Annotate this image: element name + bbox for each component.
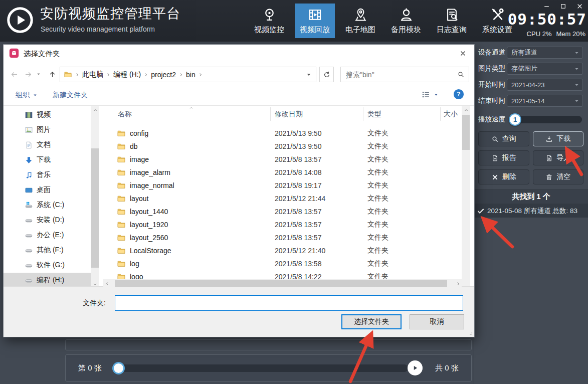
file-type: 文件夹 [363, 168, 441, 177]
breadcrumb-item-此电脑[interactable]: 此电脑 [82, 70, 103, 79]
nav-item-e-map[interactable]: 电子地图 [340, 4, 380, 38]
sidebar-button-delete[interactable]: 删除 [478, 169, 529, 184]
chevron-down-icon [36, 72, 41, 77]
resize-grip-icon[interactable] [467, 329, 473, 336]
file-row-image-alarm[interactable]: image_alarm 2021/5/8 14:08 文件夹 [107, 166, 462, 179]
back-button[interactable] [8, 68, 21, 81]
scrollbar-thumb[interactable] [462, 115, 470, 150]
breadcrumb-item-编程-h-[interactable]: 编程 (H:) [113, 70, 141, 79]
sidebar-button-download[interactable]: 下载 [533, 131, 584, 146]
column-header-date[interactable]: 修改日期 [271, 107, 363, 121]
scrollbar-thumb[interactable] [115, 280, 447, 287]
recent-locations-button[interactable] [35, 68, 43, 81]
scroll-right-button[interactable] [454, 279, 462, 288]
sidebar-button-query[interactable]: 查询 [478, 131, 529, 146]
tree-item-downloads[interactable]: 下载 [4, 152, 91, 167]
play-button[interactable] [408, 360, 423, 375]
tree-item-drive-f[interactable]: 其他 (F:) [4, 243, 91, 258]
scroll-up-button[interactable] [462, 106, 470, 114]
checked-checkbox-icon[interactable] [477, 207, 485, 215]
tree-scrollbar[interactable] [91, 106, 99, 288]
tree-item-drive-e[interactable]: 办公 (E:) [4, 228, 91, 243]
file-row-config[interactable]: config 2021/5/13 9:50 文件夹 [107, 127, 462, 140]
play-speed-slider[interactable]: 1 [510, 116, 582, 123]
file-row-localstorage[interactable]: LocalStorage 2021/5/12 21:40 文件夹 [107, 244, 462, 257]
tree-item-label: 安装 (D:) [37, 216, 64, 225]
tree-item-drive-d[interactable]: 安装 (D:) [4, 213, 91, 228]
breadcrumb-item-bin[interactable]: bin [186, 71, 195, 79]
tree-item-drive-c[interactable]: 系统 (C:) [4, 198, 91, 213]
file-date: 2021/5/8 13:57 [271, 155, 363, 163]
forward-button[interactable] [22, 68, 35, 81]
tree-item-music[interactable]: 音乐 [4, 167, 91, 182]
scroll-up-button[interactable] [91, 106, 99, 114]
close-button[interactable] [573, 2, 586, 11]
scrollbar-thumb[interactable] [91, 148, 99, 268]
cancel-button[interactable]: 取消 [410, 314, 464, 329]
tree-item-pictures[interactable]: 图片 [4, 122, 91, 137]
search-icon [457, 71, 465, 78]
file-name: layout_1920 [130, 221, 168, 229]
field-dropdown[interactable]: 2021-05-14 [507, 95, 583, 107]
field-dropdown[interactable]: 2021-04-23 [507, 79, 583, 91]
sidebar-button-import[interactable]: 导入 [533, 150, 584, 165]
file-type: 文件夹 [363, 259, 441, 268]
file-row-image-normal[interactable]: image_normal 2021/5/8 19:17 文件夹 [107, 179, 462, 192]
tree-item-video[interactable]: 视频 [4, 107, 91, 122]
sidebar-button-clear[interactable]: 清空 [533, 169, 584, 184]
tree-item-desktop[interactable]: 桌面 [4, 182, 91, 198]
nav-item-label: 备用模块 [391, 25, 421, 35]
breadcrumb-item-project2[interactable]: project2 [151, 71, 176, 79]
nav-item-backup-module[interactable]: 备用模块 [386, 4, 426, 38]
up-button[interactable] [46, 68, 59, 81]
nav-item-log-query[interactable]: 日志查询 [432, 4, 472, 38]
nav-item-label: 电子地图 [345, 25, 375, 35]
document-icon [25, 141, 33, 149]
column-header-name[interactable]: 名称 [107, 107, 271, 121]
horizontal-scrollbar[interactable] [103, 279, 462, 288]
playback-sidebar: 设备通道 所有通道 图片类型 存储图片 开始时间 [474, 42, 588, 384]
file-row-db[interactable]: db 2021/5/13 9:50 文件夹 [107, 140, 462, 153]
play-icon [411, 364, 419, 372]
tree-item-drive-h[interactable]: 编程 (H:) [4, 273, 91, 288]
file-row-log[interactable]: log 2021/5/8 13:58 文件夹 [107, 257, 462, 270]
file-row-layout-1440[interactable]: layout_1440 2021/5/8 13:57 文件夹 [107, 205, 462, 218]
file-type: 文件夹 [363, 207, 441, 216]
file-row-layout-2560[interactable]: layout_2560 2021/5/8 13:57 文件夹 [107, 231, 462, 244]
chevron-down-icon[interactable] [306, 72, 312, 78]
new-folder-button[interactable]: 新建文件夹 [53, 91, 88, 100]
result-item[interactable]: 2021-05-08 所有通道 总数: 83 [474, 204, 588, 218]
file-row-layout[interactable]: layout 2021/5/12 21:44 文件夹 [107, 192, 462, 205]
play-speed-handle[interactable]: 1 [509, 113, 521, 126]
scroll-left-button[interactable] [103, 279, 111, 288]
nav-item-video-monitor[interactable]: 视频监控 [249, 4, 289, 38]
chevron-down-icon [33, 93, 38, 98]
sidebar-button-report[interactable]: 报告 [478, 150, 529, 165]
forward-icon [24, 70, 33, 79]
folder-name-input[interactable] [115, 295, 463, 311]
maximize-button[interactable] [556, 2, 569, 11]
organize-menu[interactable]: 组织 [16, 91, 38, 100]
download-icon [545, 135, 553, 143]
file-row-layout-1920[interactable]: layout_1920 2021/5/8 13:57 文件夹 [107, 218, 462, 231]
dialog-close-button[interactable] [455, 47, 470, 59]
file-type: 文件夹 [363, 181, 441, 190]
search-input[interactable] [345, 70, 457, 79]
help-button[interactable]: ? [453, 89, 464, 100]
column-header-size[interactable]: 大小 [441, 107, 462, 121]
file-list-scrollbar[interactable] [462, 106, 470, 288]
field-dropdown[interactable]: 存储图片 [507, 63, 583, 75]
frame-slider[interactable] [113, 364, 408, 372]
frame-slider-handle[interactable] [112, 362, 125, 374]
nav-item-video-playback[interactable]: 视频回放 [295, 4, 335, 38]
tree-item-drive-g[interactable]: 软件 (G:) [4, 258, 91, 273]
select-folder-button[interactable]: 选择文件夹 [341, 314, 402, 329]
desktop-icon [25, 186, 33, 195]
column-header-type[interactable]: 类型 [363, 107, 441, 121]
field-dropdown[interactable]: 所有通道 [507, 47, 583, 59]
tree-item-documents[interactable]: 文档 [4, 137, 91, 152]
file-row-image[interactable]: image 2021/5/8 13:57 文件夹 [107, 153, 462, 166]
view-options-button[interactable] [421, 90, 439, 99]
refresh-button[interactable] [319, 67, 334, 82]
minimize-button[interactable] [540, 2, 553, 11]
